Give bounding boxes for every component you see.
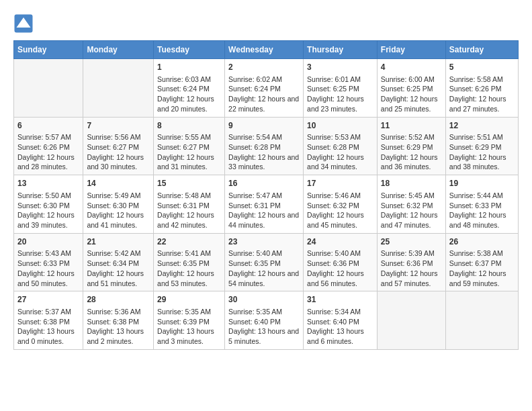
- sunrise-text: Sunrise: 5:45 AM: [381, 191, 435, 199]
- day-number: 13: [17, 178, 79, 189]
- sunset-text: Sunset: 6:40 PM: [228, 318, 281, 326]
- day-cell: 26Sunrise: 5:38 AMSunset: 6:37 PMDayligh…: [445, 233, 518, 291]
- sunrise-text: Sunrise: 5:43 AM: [17, 249, 71, 257]
- day-number: 19: [449, 178, 515, 189]
- sunrise-text: Sunrise: 5:48 AM: [157, 191, 211, 199]
- sunset-text: Sunset: 6:35 PM: [157, 259, 210, 267]
- sunrise-text: Sunrise: 5:55 AM: [157, 133, 211, 141]
- sunrise-text: Sunrise: 5:40 AM: [228, 249, 282, 257]
- daylight-text: Daylight: 13 hours and 0 minutes.: [17, 327, 75, 345]
- sunset-text: Sunset: 6:29 PM: [449, 143, 502, 151]
- daylight-text: Daylight: 12 hours and 47 minutes.: [381, 211, 438, 229]
- header-cell-friday: Friday: [377, 41, 445, 59]
- day-number: 11: [381, 120, 442, 132]
- header-cell-wednesday: Wednesday: [225, 41, 304, 59]
- sunset-text: Sunset: 6:40 PM: [307, 318, 359, 326]
- day-number: 30: [228, 294, 300, 306]
- day-number: 2: [228, 62, 300, 73]
- day-number: 25: [381, 236, 442, 248]
- daylight-text: Daylight: 12 hours and 53 minutes.: [157, 269, 214, 287]
- day-cell: 3Sunrise: 6:01 AMSunset: 6:25 PMDaylight…: [304, 59, 378, 118]
- day-cell: 22Sunrise: 5:41 AMSunset: 6:35 PMDayligh…: [154, 233, 225, 291]
- day-cell: 18Sunrise: 5:45 AMSunset: 6:32 PMDayligh…: [377, 175, 445, 234]
- daylight-text: Daylight: 12 hours and 27 minutes.: [449, 95, 506, 113]
- sunset-text: Sunset: 6:36 PM: [381, 259, 433, 267]
- day-cell: 7Sunrise: 5:56 AMSunset: 6:27 PMDaylight…: [83, 117, 154, 175]
- sunrise-text: Sunrise: 5:51 AM: [449, 133, 503, 141]
- daylight-text: Daylight: 12 hours and 51 minutes.: [87, 269, 144, 287]
- header-row: SundayMondayTuesdayWednesdayThursdayFrid…: [14, 41, 519, 59]
- sunset-text: Sunset: 6:32 PM: [381, 201, 433, 210]
- day-number: 4: [381, 62, 442, 73]
- sunset-text: Sunset: 6:38 PM: [17, 318, 70, 326]
- day-cell: 15Sunrise: 5:48 AMSunset: 6:31 PMDayligh…: [154, 175, 225, 234]
- day-number: 9: [228, 120, 300, 132]
- day-cell: 10Sunrise: 5:53 AMSunset: 6:28 PMDayligh…: [304, 117, 378, 175]
- sunset-text: Sunset: 6:33 PM: [17, 259, 70, 267]
- header-cell-sunday: Sunday: [14, 41, 83, 59]
- calendar-body: 1Sunrise: 6:03 AMSunset: 6:24 PMDaylight…: [14, 59, 519, 350]
- day-cell: [445, 291, 518, 350]
- daylight-text: Daylight: 12 hours and 45 minutes.: [307, 211, 364, 229]
- day-number: 29: [157, 294, 221, 306]
- day-cell: 6Sunrise: 5:57 AMSunset: 6:26 PMDaylight…: [14, 117, 83, 175]
- day-cell: 14Sunrise: 5:49 AMSunset: 6:30 PMDayligh…: [83, 175, 154, 234]
- sunset-text: Sunset: 6:31 PM: [228, 201, 281, 210]
- calendar-table: SundayMondayTuesdayWednesdayThursdayFrid…: [13, 40, 519, 350]
- sunrise-text: Sunrise: 5:57 AM: [17, 133, 71, 141]
- day-number: 27: [17, 294, 79, 306]
- sunrise-text: Sunrise: 5:56 AM: [87, 133, 140, 141]
- sunset-text: Sunset: 6:34 PM: [87, 259, 139, 267]
- sunrise-text: Sunrise: 5:47 AM: [228, 191, 282, 199]
- daylight-text: Daylight: 12 hours and 33 minutes.: [228, 153, 299, 171]
- day-cell: 5Sunrise: 5:58 AMSunset: 6:26 PMDaylight…: [445, 59, 518, 118]
- sunset-text: Sunset: 6:35 PM: [228, 259, 281, 267]
- day-cell: 4Sunrise: 6:00 AMSunset: 6:25 PMDaylight…: [377, 59, 445, 118]
- day-cell: 17Sunrise: 5:46 AMSunset: 6:32 PMDayligh…: [304, 175, 378, 234]
- day-cell: 8Sunrise: 5:55 AMSunset: 6:27 PMDaylight…: [154, 117, 225, 175]
- day-number: 10: [307, 120, 373, 132]
- sunset-text: Sunset: 6:25 PM: [307, 85, 359, 93]
- sunset-text: Sunset: 6:32 PM: [307, 201, 359, 210]
- sunset-text: Sunset: 6:24 PM: [157, 85, 210, 93]
- day-number: 23: [228, 236, 300, 248]
- day-cell: 1Sunrise: 6:03 AMSunset: 6:24 PMDaylight…: [154, 59, 225, 118]
- day-cell: 2Sunrise: 6:02 AMSunset: 6:24 PMDaylight…: [225, 59, 304, 118]
- sunset-text: Sunset: 6:36 PM: [307, 259, 359, 267]
- daylight-text: Daylight: 12 hours and 31 minutes.: [157, 153, 214, 171]
- day-cell: 16Sunrise: 5:47 AMSunset: 6:31 PMDayligh…: [225, 175, 304, 234]
- daylight-text: Daylight: 12 hours and 22 minutes.: [228, 95, 299, 113]
- sunrise-text: Sunrise: 5:50 AM: [17, 191, 71, 199]
- day-number: 21: [87, 236, 150, 248]
- daylight-text: Daylight: 12 hours and 20 minutes.: [157, 95, 214, 113]
- week-row-5: 27Sunrise: 5:37 AMSunset: 6:38 PMDayligh…: [14, 291, 519, 350]
- sunrise-text: Sunrise: 5:52 AM: [381, 133, 435, 141]
- daylight-text: Daylight: 12 hours and 25 minutes.: [381, 95, 438, 113]
- day-cell: 12Sunrise: 5:51 AMSunset: 6:29 PMDayligh…: [445, 117, 518, 175]
- day-cell: 11Sunrise: 5:52 AMSunset: 6:29 PMDayligh…: [377, 117, 445, 175]
- daylight-text: Daylight: 12 hours and 23 minutes.: [307, 95, 364, 113]
- daylight-text: Daylight: 12 hours and 38 minutes.: [449, 153, 506, 171]
- sunset-text: Sunset: 6:25 PM: [381, 85, 433, 93]
- sunrise-text: Sunrise: 5:44 AM: [449, 191, 503, 199]
- day-cell: 27Sunrise: 5:37 AMSunset: 6:38 PMDayligh…: [14, 291, 83, 350]
- day-cell: 25Sunrise: 5:39 AMSunset: 6:36 PMDayligh…: [377, 233, 445, 291]
- sunrise-text: Sunrise: 5:35 AM: [228, 308, 282, 316]
- day-cell: 20Sunrise: 5:43 AMSunset: 6:33 PMDayligh…: [14, 233, 83, 291]
- sunrise-text: Sunrise: 5:54 AM: [228, 133, 282, 141]
- day-cell: [83, 59, 154, 118]
- daylight-text: Daylight: 12 hours and 39 minutes.: [17, 211, 75, 229]
- day-cell: 9Sunrise: 5:54 AMSunset: 6:28 PMDaylight…: [225, 117, 304, 175]
- sunrise-text: Sunrise: 6:01 AM: [307, 75, 361, 83]
- daylight-text: Daylight: 13 hours and 3 minutes.: [157, 327, 214, 345]
- day-cell: 21Sunrise: 5:42 AMSunset: 6:34 PMDayligh…: [83, 233, 154, 291]
- sunrise-text: Sunrise: 5:38 AM: [449, 249, 503, 257]
- page-header: [13, 13, 519, 34]
- sunset-text: Sunset: 6:30 PM: [87, 201, 139, 210]
- day-number: 3: [307, 62, 373, 73]
- day-cell: 13Sunrise: 5:50 AMSunset: 6:30 PMDayligh…: [14, 175, 83, 234]
- header-cell-tuesday: Tuesday: [154, 41, 225, 59]
- day-cell: [377, 291, 445, 350]
- day-cell: 23Sunrise: 5:40 AMSunset: 6:35 PMDayligh…: [225, 233, 304, 291]
- day-number: 22: [157, 236, 221, 248]
